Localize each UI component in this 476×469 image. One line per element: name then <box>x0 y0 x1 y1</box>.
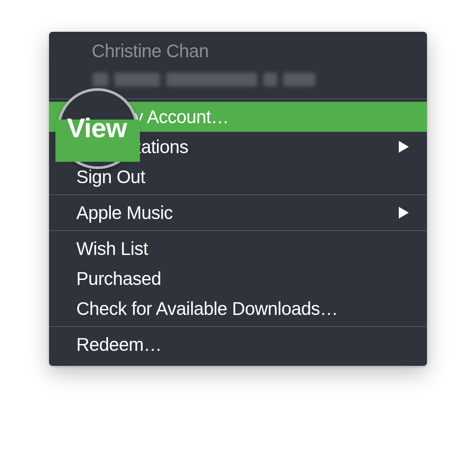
menu-item-purchased[interactable]: Purchased <box>49 264 427 294</box>
chevron-right-icon <box>399 141 409 153</box>
account-name: Christine Chan <box>92 41 427 61</box>
menu-item-wish-list[interactable]: Wish List <box>49 234 427 264</box>
menu-item-label: Purchased <box>76 269 161 289</box>
menu-item-redeem[interactable]: Redeem… <box>49 329 427 359</box>
account-dropdown-menu: Christine Chan View My Account… Authoriz… <box>49 32 427 366</box>
menu-item-authorizations[interactable]: Authorizations <box>49 132 427 162</box>
chevron-right-icon <box>399 207 409 219</box>
menu-item-apple-music[interactable]: Apple Music <box>49 198 427 228</box>
account-email-redacted <box>93 70 427 90</box>
menu-item-sign-out[interactable]: Sign Out <box>49 162 427 192</box>
svg-marker-0 <box>399 141 409 153</box>
menu-item-label: Sign Out <box>76 167 145 187</box>
menu-item-label: Redeem… <box>76 334 162 355</box>
menu-item-view-my-account[interactable]: View My Account… <box>49 102 427 132</box>
account-header: Christine Chan <box>49 32 427 99</box>
menu-item-label: Apple Music <box>76 203 173 223</box>
menu-item-label: Authorizations <box>76 137 188 157</box>
menu-item-label: Wish List <box>76 239 148 259</box>
menu-item-label: Check for Available Downloads… <box>76 299 338 319</box>
menu-item-check-downloads[interactable]: Check for Available Downloads… <box>49 294 427 324</box>
svg-marker-1 <box>399 207 409 219</box>
menu-item-label: View My Account… <box>76 107 229 127</box>
